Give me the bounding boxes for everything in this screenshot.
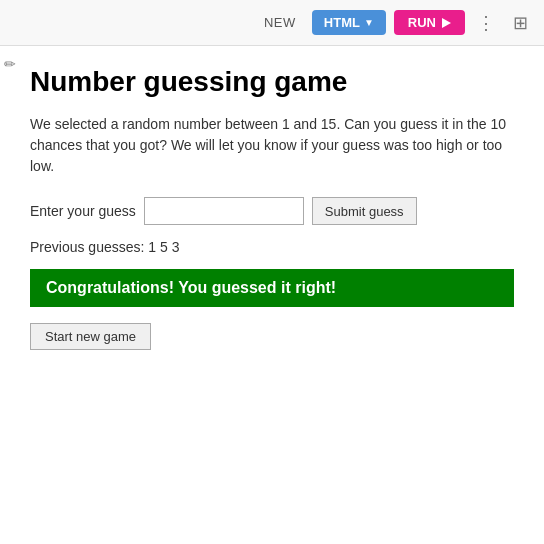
play-icon	[442, 18, 451, 28]
input-row: Enter your guess Submit guess	[30, 197, 514, 225]
chevron-down-icon: ▼	[364, 17, 374, 28]
html-button[interactable]: HTML ▼	[312, 10, 386, 35]
previous-guesses: Previous guesses: 1 5 3	[30, 239, 514, 255]
guess-input[interactable]	[144, 197, 304, 225]
new-button[interactable]: NEW	[256, 11, 304, 34]
toolbar: ✏ NEW HTML ▼ RUN ⋮ ⊞	[0, 0, 544, 46]
pen-icon: ✏	[4, 56, 16, 72]
game-description: We selected a random number between 1 an…	[30, 114, 514, 177]
main-content: Number guessing game We selected a rando…	[0, 46, 544, 544]
congratulations-message: Congratulations! You guessed it right!	[30, 269, 514, 307]
page-title: Number guessing game	[30, 66, 514, 98]
start-new-game-button[interactable]: Start new game	[30, 323, 151, 350]
more-options-button[interactable]: ⋮	[473, 12, 501, 34]
input-label: Enter your guess	[30, 203, 136, 219]
run-label: RUN	[408, 15, 436, 30]
submit-guess-button[interactable]: Submit guess	[312, 197, 417, 225]
run-button[interactable]: RUN	[394, 10, 465, 35]
expand-button[interactable]: ⊞	[509, 12, 532, 34]
html-label: HTML	[324, 15, 360, 30]
